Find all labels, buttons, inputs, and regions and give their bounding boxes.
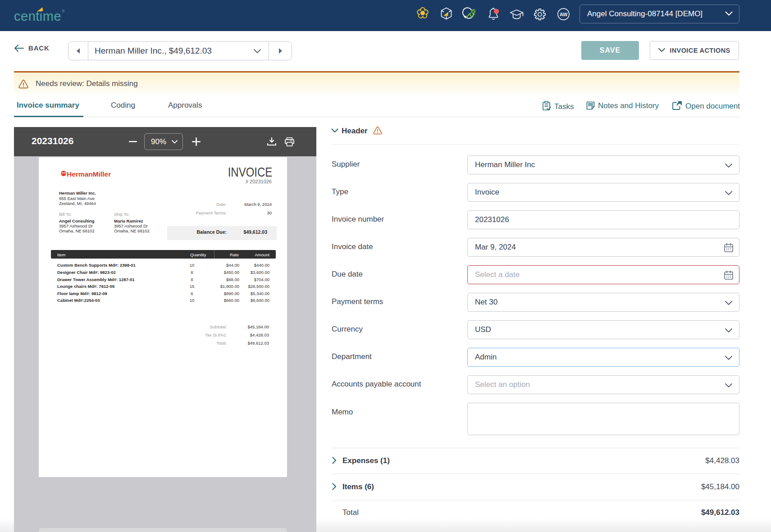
svg-text:AW: AW xyxy=(560,12,568,17)
